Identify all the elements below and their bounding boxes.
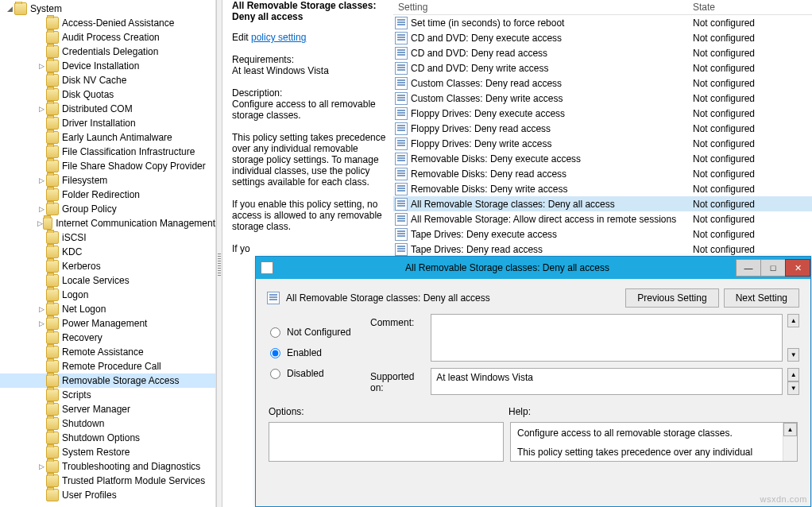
tree-item[interactable]: ▷Power Management bbox=[0, 316, 215, 331]
tree-item[interactable]: Folder Redirection bbox=[0, 188, 215, 202]
expander-icon[interactable]: ▷ bbox=[37, 105, 46, 113]
tree-item[interactable]: Disk NV Cache bbox=[0, 73, 215, 87]
tree-item[interactable]: Early Launch Antimalware bbox=[0, 130, 215, 145]
tree-item[interactable]: File Classification Infrastructure bbox=[0, 145, 215, 159]
tree-item[interactable]: ▷Device Installation bbox=[0, 59, 215, 73]
tree-item[interactable]: KDC bbox=[0, 245, 215, 259]
tree-item-label: Folder Redirection bbox=[62, 189, 140, 200]
watermark: wsxdn.com bbox=[760, 494, 807, 504]
setting-row[interactable]: Removable Disks: Deny execute accessNot … bbox=[393, 151, 812, 166]
expander-icon[interactable]: ▷ bbox=[37, 62, 46, 70]
setting-name: Removable Disks: Deny execute access bbox=[411, 153, 693, 164]
edit-policy-link[interactable]: policy setting bbox=[251, 32, 306, 43]
folder-icon bbox=[46, 360, 59, 373]
column-setting[interactable]: Setting bbox=[393, 2, 693, 13]
tree-item[interactable]: iSCSI bbox=[0, 230, 215, 245]
previous-setting-button[interactable]: Previous Setting bbox=[625, 288, 718, 308]
options-box bbox=[269, 422, 504, 462]
tree-item[interactable]: Trusted Platform Module Services bbox=[0, 474, 215, 488]
scroll-up-icon[interactable]: ▲ bbox=[787, 314, 799, 327]
setting-row[interactable]: Floppy Drives: Deny write accessNot conf… bbox=[393, 136, 812, 151]
tree-item[interactable]: ▷Net Logon bbox=[0, 302, 215, 316]
tree-item[interactable]: Removable Storage Access bbox=[0, 373, 215, 388]
tree-item[interactable]: File Share Shadow Copy Provider bbox=[0, 159, 215, 173]
expander-icon[interactable]: ▷ bbox=[37, 219, 43, 227]
setting-row[interactable]: All Removable Storage: Allow direct acce… bbox=[393, 211, 812, 226]
setting-row[interactable]: Floppy Drives: Deny read accessNot confi… bbox=[393, 121, 812, 136]
column-state[interactable]: State bbox=[693, 2, 812, 13]
tree-item[interactable]: ▷Internet Communication Management bbox=[0, 216, 215, 230]
folder-icon bbox=[46, 117, 59, 130]
tree-item[interactable]: User Profiles bbox=[0, 488, 215, 502]
tree-item-label: Access-Denied Assistance bbox=[62, 17, 174, 29]
setting-row[interactable]: Custom Classes: Deny read accessNot conf… bbox=[393, 75, 812, 91]
policy-icon bbox=[267, 292, 280, 304]
tree-item[interactable]: ▷Group Policy bbox=[0, 202, 215, 216]
setting-row[interactable]: CD and DVD: Deny execute accessNot confi… bbox=[393, 30, 812, 45]
tree-item[interactable]: Locale Services bbox=[0, 273, 215, 288]
expander-icon[interactable]: ▷ bbox=[37, 176, 46, 184]
policy-icon bbox=[395, 107, 408, 120]
setting-row[interactable]: Removable Disks: Deny write accessNot co… bbox=[393, 181, 812, 196]
setting-name: Custom Classes: Deny write access bbox=[411, 93, 693, 104]
scroll-down-icon[interactable]: ▼ bbox=[787, 381, 799, 395]
expander-icon[interactable]: ▷ bbox=[37, 319, 46, 327]
scroll-down-icon[interactable]: ▼ bbox=[787, 348, 799, 362]
tree-item[interactable]: Credentials Delegation bbox=[0, 45, 215, 59]
expander-icon[interactable]: ▷ bbox=[37, 305, 46, 313]
tree-item[interactable]: Shutdown bbox=[0, 416, 215, 431]
tree-item[interactable]: Remote Assistance bbox=[0, 345, 215, 359]
expander-icon[interactable]: ◢ bbox=[5, 5, 14, 13]
tree-item-label: Scripts bbox=[62, 389, 91, 401]
tree-item[interactable]: Kerberos bbox=[0, 259, 215, 273]
scroll-up-icon[interactable]: ▲ bbox=[783, 423, 797, 436]
tree-item[interactable]: Recovery bbox=[0, 331, 215, 345]
tree-item[interactable]: Access-Denied Assistance bbox=[0, 16, 215, 30]
close-button[interactable]: ✕ bbox=[785, 259, 810, 277]
tree-item[interactable]: ▷Filesystem bbox=[0, 173, 215, 188]
tree-item-label: Remote Assistance bbox=[62, 346, 144, 358]
tree-item-label: Distributed COM bbox=[62, 103, 133, 114]
minimize-button[interactable]: — bbox=[736, 259, 761, 277]
help-p1: Configure access to all removable storag… bbox=[517, 428, 778, 439]
splitter[interactable] bbox=[216, 0, 222, 507]
setting-row[interactable]: Custom Classes: Deny write accessNot con… bbox=[393, 91, 812, 106]
maximize-button[interactable]: □ bbox=[760, 259, 786, 277]
dialog-titlebar[interactable]: All Removable Storage classes: Deny all … bbox=[256, 257, 810, 279]
setting-row[interactable]: Set time (in seconds) to force rebootNot… bbox=[393, 15, 812, 30]
setting-row[interactable]: Tape Drives: Deny execute accessNot conf… bbox=[393, 226, 812, 242]
setting-row[interactable]: All Removable Storage classes: Deny all … bbox=[393, 196, 812, 211]
scroll-up-icon[interactable]: ▲ bbox=[787, 368, 799, 381]
tree-item[interactable]: ▷Troubleshooting and Diagnostics bbox=[0, 459, 215, 474]
tree-item[interactable]: Audit Process Creation bbox=[0, 30, 215, 45]
tree-item[interactable]: Server Manager bbox=[0, 402, 215, 416]
tree-item-label: System Restore bbox=[62, 447, 130, 458]
tree-item[interactable]: Disk Quotas bbox=[0, 87, 215, 102]
radio-not-configured[interactable]: Not Configured bbox=[270, 322, 362, 343]
folder-icon bbox=[46, 389, 59, 401]
folder-icon bbox=[46, 188, 59, 201]
policy-icon bbox=[395, 137, 408, 150]
tree-item[interactable]: Driver Installation bbox=[0, 116, 215, 130]
setting-row[interactable]: Floppy Drives: Deny execute accessNot co… bbox=[393, 106, 812, 121]
radio-disabled[interactable]: Disabled bbox=[270, 363, 362, 384]
tree-item[interactable]: Logon bbox=[0, 288, 215, 302]
setting-row[interactable]: Removable Disks: Deny read accessNot con… bbox=[393, 166, 812, 181]
setting-name: Removable Disks: Deny read access bbox=[411, 168, 693, 180]
next-setting-button[interactable]: Next Setting bbox=[724, 288, 799, 308]
setting-row[interactable]: CD and DVD: Deny write accessNot configu… bbox=[393, 60, 812, 75]
radio-enabled[interactable]: Enabled bbox=[270, 343, 362, 363]
expander-icon[interactable]: ▷ bbox=[37, 462, 46, 470]
tree-item[interactable]: ▷Distributed COM bbox=[0, 102, 215, 116]
setting-row[interactable]: CD and DVD: Deny read accessNot configur… bbox=[393, 45, 812, 60]
folder-icon bbox=[46, 203, 59, 215]
tree-item[interactable]: Remote Procedure Call bbox=[0, 359, 215, 373]
setting-row[interactable]: Tape Drives: Deny read accessNot configu… bbox=[393, 242, 812, 257]
tree-item[interactable]: System Restore bbox=[0, 445, 215, 459]
tree-item[interactable]: Scripts bbox=[0, 388, 215, 402]
expander-icon[interactable]: ▷ bbox=[37, 205, 46, 213]
comment-field[interactable] bbox=[431, 314, 783, 362]
tree-root[interactable]: ◢ System bbox=[0, 2, 215, 16]
setting-name: Floppy Drives: Deny execute access bbox=[411, 108, 693, 119]
tree-item[interactable]: Shutdown Options bbox=[0, 431, 215, 445]
